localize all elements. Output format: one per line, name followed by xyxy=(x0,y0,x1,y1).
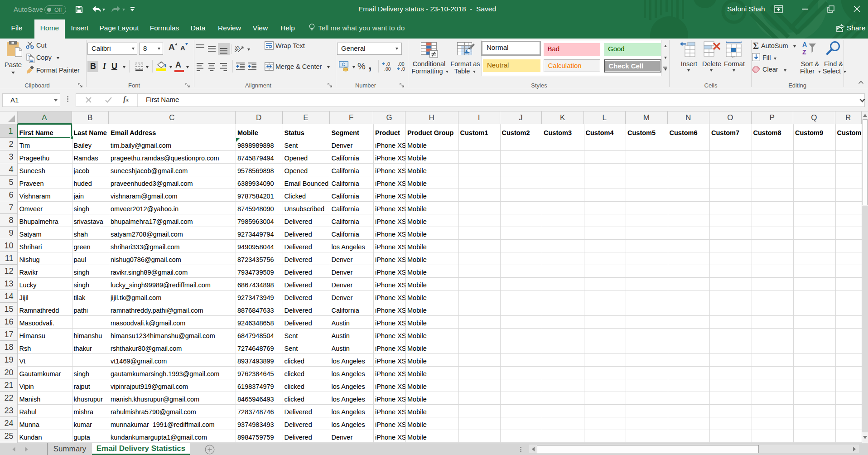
svg-text:ab: ab xyxy=(235,44,241,53)
svg-text:.00: .00 xyxy=(384,66,391,72)
svg-text:.0: .0 xyxy=(401,66,405,72)
svg-text:A: A xyxy=(802,41,807,48)
svg-text:Z: Z xyxy=(802,48,806,56)
